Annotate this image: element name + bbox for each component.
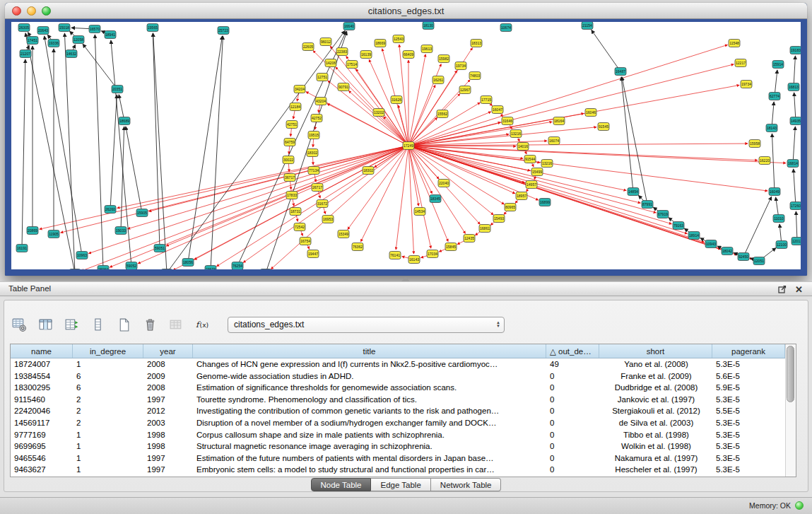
table-settings-button[interactable] — [10, 316, 28, 333]
graph-node[interactable]: 80965 — [505, 204, 516, 211]
graph-node[interactable]: 14534 — [414, 208, 425, 216]
graph-node[interactable]: 26064 — [98, 266, 109, 270]
graph-edge[interactable] — [399, 45, 408, 146]
graph-node[interactable]: 96012 — [320, 38, 331, 46]
new-table-button[interactable] — [114, 316, 133, 333]
graph-node[interactable]: 43204 — [315, 98, 326, 105]
graph-node[interactable]: 77134 — [308, 167, 319, 175]
graph-node[interactable]: 18313 — [471, 40, 482, 47]
graph-edge[interactable] — [592, 30, 620, 71]
network-canvas[interactable]: 2630520643150181745119336120581657018941… — [5, 19, 807, 276]
graph-node[interactable]: 18056 — [182, 259, 194, 267]
graph-node[interactable]: 17260 — [790, 202, 801, 210]
graph-node[interactable]: 16754 — [300, 238, 311, 245]
graph-node[interactable]: 16570 — [89, 25, 100, 33]
graph-node[interactable]: 36717 — [284, 174, 295, 182]
table-row[interactable]: 946362711997Embryonic stem cells: a mode… — [11, 464, 796, 476]
graph-node[interactable]: 14206 — [325, 59, 336, 67]
graph-node[interactable]: 18957 — [516, 192, 527, 200]
table-row[interactable]: 1456911722003Disruption of a novel membe… — [11, 417, 796, 429]
close-window-button[interactable] — [12, 6, 21, 16]
graph-edge[interactable] — [408, 85, 435, 146]
window-titlebar[interactable]: citations_edges.txt — [5, 3, 807, 19]
graph-node[interactable]: 16047 — [492, 106, 503, 114]
graph-node[interactable]: 16191 — [16, 245, 28, 252]
graph-node[interactable]: 91545 — [598, 123, 609, 131]
graph-edge[interactable] — [45, 36, 82, 255]
graph-node[interactable]: 14854 — [628, 188, 639, 196]
graph-node[interactable]: 17451 — [27, 37, 38, 45]
graph-node[interactable]: 12013 — [792, 238, 801, 245]
graph-node[interactable]: 12967 — [459, 86, 471, 94]
graph-node[interactable]: 19565 — [147, 24, 158, 32]
graph-node[interactable]: 15982 — [438, 55, 449, 63]
graph-node[interactable]: 79163 — [673, 222, 684, 230]
graph-node[interactable]: 13216 — [541, 160, 553, 168]
graph-edge[interactable] — [743, 197, 772, 257]
add-column-button[interactable] — [62, 316, 81, 333]
graph-edge[interactable] — [794, 93, 796, 121]
graph-node[interactable]: 31672 — [317, 200, 328, 208]
column-header-out_de[interactable]: △ out_de… — [546, 344, 599, 358]
graph-node[interactable]: 76254 — [232, 262, 243, 270]
graph-node[interactable]: 12100 — [776, 241, 787, 249]
graph-node[interactable]: 18689 — [119, 117, 130, 125]
graph-node[interactable]: 74803 — [469, 72, 481, 80]
table-source-dropdown[interactable]: citations_edges.txt ▲▼ — [228, 317, 505, 333]
graph-node[interactable]: 18164 — [553, 117, 565, 125]
graph-node[interactable]: 12217 — [735, 59, 746, 67]
graph-edge[interactable] — [408, 146, 786, 163]
graph-edge[interactable] — [356, 69, 408, 146]
graph-edge[interactable] — [794, 56, 795, 87]
graph-node[interactable]: 16487 — [615, 68, 626, 76]
graph-node[interactable]: 18302 — [307, 149, 318, 157]
minimize-window-button[interactable] — [27, 6, 36, 16]
graph-node[interactable]: 19734 — [741, 81, 752, 88]
graph-node[interactable]: 16640 — [343, 23, 355, 30]
graph-node[interactable]: 16074 — [548, 137, 560, 145]
graph-edge[interactable] — [621, 77, 633, 192]
tab-network-table[interactable]: Network Table — [431, 478, 502, 491]
graph-node[interactable]: 16861 — [479, 225, 490, 233]
graph-node[interactable]: 16046 — [585, 109, 596, 117]
graph-node[interactable]: 64759 — [284, 139, 295, 146]
graph-node[interactable]: 62774 — [769, 93, 780, 100]
graph-node[interactable]: 16143 — [408, 256, 420, 264]
graph-node[interactable]: 15845 — [445, 243, 457, 251]
graph-node[interactable]: 19515 — [308, 132, 319, 139]
graph-node[interactable]: 14016 — [517, 143, 529, 151]
column-header-name[interactable]: name — [11, 344, 73, 358]
graph-node[interactable]: 15562 — [437, 110, 448, 118]
graph-node[interactable]: 10674 — [500, 24, 512, 32]
graph-node[interactable]: 30022 — [283, 156, 294, 164]
graph-node[interactable]: 18302 — [363, 167, 374, 175]
graph-node[interactable]: 12058 — [73, 36, 84, 44]
graph-node[interactable]: 18914 — [688, 232, 700, 240]
graph-node[interactable]: 18941 — [105, 31, 116, 39]
graph-node[interactable]: 19033 — [115, 227, 126, 235]
graph-node[interactable]: 26717 — [312, 184, 323, 192]
graph-node[interactable]: 20643 — [37, 27, 49, 35]
graph-node[interactable]: 12435 — [464, 235, 475, 243]
tab-node-table[interactable]: Node Table — [311, 478, 372, 491]
graph-node[interactable]: 17715 — [481, 96, 492, 104]
graph-node[interactable]: 13202 — [373, 109, 384, 117]
graph-node[interactable]: 59051 — [154, 245, 165, 252]
graph-node[interactable]: 11905 — [48, 230, 59, 238]
graph-edge[interactable] — [128, 146, 408, 229]
graph-node[interactable]: 19183 — [790, 47, 801, 54]
column-header-year[interactable]: year — [143, 344, 193, 358]
row-height-button[interactable] — [88, 316, 107, 333]
graph-node[interactable]: 14957 — [526, 181, 537, 189]
graph-node[interactable]: 16049 — [769, 188, 780, 196]
graph-node[interactable]: 67919 — [657, 211, 669, 218]
graph-node[interactable]: 90791 — [338, 83, 349, 91]
table-row[interactable]: 911546021997Tourette syndrome. Phenomeno… — [11, 394, 796, 406]
graph-edge[interactable] — [793, 127, 795, 163]
graph-edge[interactable] — [408, 54, 425, 146]
graph-node[interactable]: 15499 — [531, 168, 543, 176]
graph-node[interactable]: 19336 — [48, 40, 59, 47]
graph-node[interactable]: 19734 — [455, 62, 466, 70]
graph-edge[interactable] — [266, 32, 347, 269]
graph-node[interactable]: 18042 — [722, 247, 733, 255]
